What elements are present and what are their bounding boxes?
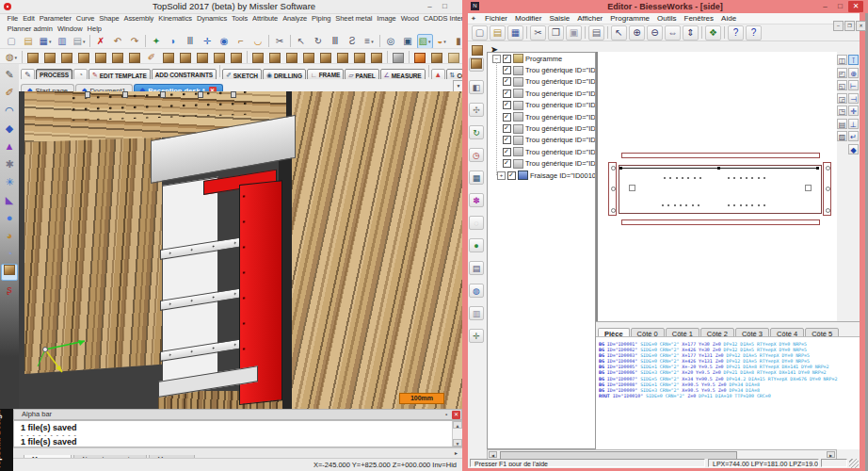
print-icon[interactable]: ▤	[72, 34, 88, 49]
checkbox-checked-icon[interactable]	[503, 124, 511, 133]
wood-op-icon[interactable]	[110, 50, 126, 64]
maximize-button[interactable]: □	[833, 1, 847, 13]
panel-light-icon[interactable]	[446, 50, 462, 64]
filter-icon[interactable]: Ⅲ	[183, 34, 199, 49]
machine-icon[interactable]: ▦	[469, 171, 484, 185]
tree-item-row[interactable]: Trou générique ID="ID0009"	[488, 158, 595, 170]
pin-icon[interactable]: ▪	[442, 411, 450, 418]
menu-item-help[interactable]: Help	[85, 24, 104, 33]
drilling-button[interactable]: ◉DRILLING	[263, 69, 306, 79]
panel-preview-icon[interactable]	[470, 42, 486, 57]
drill-dot[interactable]	[682, 177, 683, 179]
open-folder-icon[interactable]: ▤	[490, 25, 506, 41]
menu-item-piping[interactable]: Piping	[310, 13, 333, 24]
pointer-icon[interactable]: ↖	[611, 25, 627, 41]
tool-right-icon[interactable]: ⊣	[848, 93, 859, 104]
setup-icon[interactable]: ✛	[469, 329, 484, 343]
shell-icon[interactable]: ◗	[166, 34, 182, 49]
pen-icon[interactable]: ✐	[1, 85, 18, 102]
solid-icon[interactable]: ◆	[1, 121, 18, 138]
drill-dot[interactable]	[758, 177, 760, 179]
drill-dot[interactable]	[662, 204, 664, 206]
add-constraints-button[interactable]: ADD CONSTRAINTS	[152, 69, 217, 80]
menu-item-saisie[interactable]: Saisie	[545, 13, 573, 24]
path-node[interactable]	[619, 167, 622, 170]
tree-item-row[interactable]: Trou générique ID="ID0004"	[488, 100, 595, 111]
fit-vertical-icon[interactable]: ⇕	[683, 25, 699, 41]
scroll-down-icon[interactable]: ▼	[453, 439, 462, 447]
drill-dot[interactable]	[676, 177, 678, 179]
menu-item-file[interactable]: File	[5, 13, 21, 24]
message-scrollbar[interactable]: ▲ ▼	[452, 421, 462, 447]
wood-op-icon[interactable]	[301, 50, 317, 64]
move-icon[interactable]: ↖	[294, 34, 310, 49]
menu-item-parameter[interactable]: Parameter	[37, 13, 73, 24]
menu-item-cadds-interface[interactable]: CADDS Interface	[421, 13, 468, 24]
menu-item-sheet-metal[interactable]: Sheet metal	[333, 13, 375, 24]
flag-icon[interactable]: ▲	[1, 138, 18, 155]
wood-op-icon[interactable]	[369, 50, 385, 64]
notes-icon[interactable]: ▤	[469, 261, 484, 275]
minimize-button[interactable]: –	[423, 1, 437, 13]
path-node[interactable]	[717, 167, 720, 170]
scroll-left-icon[interactable]: ◀	[489, 451, 497, 458]
view-back-icon[interactable]: ◲	[837, 93, 847, 104]
save-icon[interactable]: ▦	[507, 25, 523, 41]
selection-icon[interactable]: ◧	[469, 80, 484, 94]
menu-item-planner-admin[interactable]: Planner admin	[5, 24, 55, 33]
tab-document1[interactable]: ◆Document1	[75, 84, 133, 91]
tab-scroll-right-icon[interactable]: ►	[452, 448, 460, 458]
tool-left-icon[interactable]: ⊢	[848, 80, 859, 90]
checkbox-checked-icon[interactable]	[503, 89, 511, 98]
view-list-icon[interactable]: ▤	[837, 119, 847, 129]
checkbox-checked-icon[interactable]	[503, 66, 511, 74]
new-document-icon[interactable]: ▢	[4, 34, 20, 49]
drill-dot[interactable]	[692, 204, 694, 206]
resize-grip[interactable]	[849, 459, 859, 468]
surface-icon[interactable]: ◔	[1, 246, 18, 263]
mechanism-icon[interactable]: ✳	[1, 174, 18, 191]
tree-item-row[interactable]: Trou générique ID="ID0005"	[488, 111, 595, 122]
copy-icon[interactable]: ❐	[548, 25, 564, 41]
checkbox-checked-icon[interactable]	[503, 113, 511, 122]
wall-wood-panel[interactable]	[290, 91, 462, 409]
wood-op-icon[interactable]	[284, 50, 300, 64]
drill-dot[interactable]	[740, 177, 742, 179]
checkbox-checked-icon[interactable]	[503, 77, 511, 86]
drill-dot[interactable]	[758, 204, 760, 206]
path-node[interactable]	[816, 167, 819, 170]
wood-op-icon[interactable]	[335, 50, 351, 64]
checkbox-checked-icon[interactable]	[503, 159, 511, 168]
alpha-bar-header[interactable]: Alpha bar	[13, 409, 462, 420]
wood-op-icon[interactable]	[25, 50, 41, 64]
shape-icon[interactable]: ◣	[1, 192, 18, 209]
panel-button[interactable]: ▱PANEL	[345, 69, 378, 79]
frame-button[interactable]: ∟FRAME	[307, 69, 344, 80]
wood-op-icon[interactable]	[42, 50, 58, 64]
drill-dot[interactable]	[740, 204, 742, 206]
drill-dot[interactable]	[728, 177, 730, 179]
tool-down-icon[interactable]: ⊥	[848, 119, 859, 129]
drill-dot[interactable]	[664, 177, 666, 179]
square-hole[interactable]	[629, 185, 635, 191]
menu-item-tools[interactable]: Tools	[230, 13, 250, 24]
delete-icon[interactable]: ✗	[93, 34, 109, 49]
wood-op-icon[interactable]	[250, 50, 266, 64]
checkbox-checked-icon[interactable]	[503, 55, 511, 63]
tree-item-row[interactable]: Trou générique ID="ID0008"	[488, 146, 595, 157]
checkbox-checked-icon[interactable]	[507, 171, 516, 180]
tool-route-icon[interactable]: ◆	[848, 144, 859, 154]
rotate-icon[interactable]: ↻	[311, 34, 327, 49]
expand-icon[interactable]: +	[497, 171, 506, 180]
script-icon[interactable]: ʂ	[1, 282, 18, 299]
help-icon[interactable]: ?	[728, 25, 744, 41]
menu-item-edit[interactable]: Edit	[21, 13, 38, 24]
close-button[interactable]: ✕	[848, 1, 863, 12]
tree-item-row[interactable]: Trou générique ID="ID0001"	[488, 64, 595, 75]
gear-icon[interactable]: ✱	[1, 156, 18, 173]
wood-op-icon[interactable]	[161, 50, 177, 64]
menu-item-analyze[interactable]: Analyze	[281, 13, 310, 24]
curve-icon[interactable]: ◠	[1, 103, 18, 120]
cabinet-interior-side-panel[interactable]	[162, 176, 218, 393]
wood-drill-icon[interactable]: ✐	[144, 50, 160, 64]
